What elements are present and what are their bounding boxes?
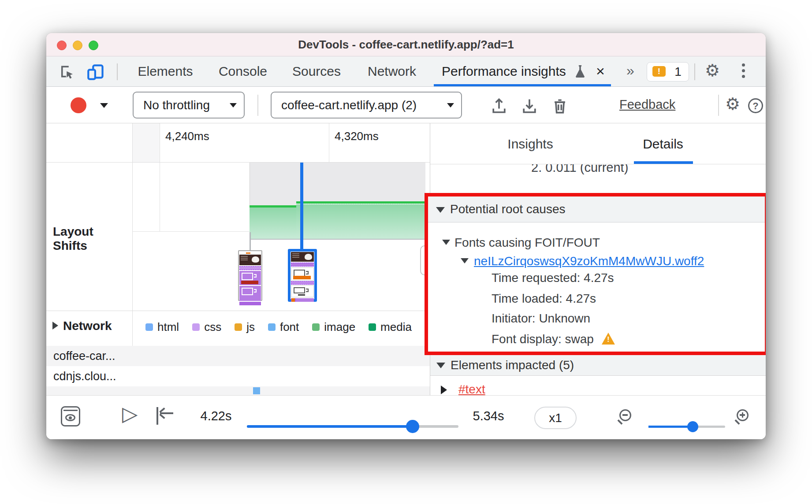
legend-item: css [192,320,221,334]
delete-recording-icon[interactable] [550,96,570,116]
scrolled-list-item-clipped: 2. 0.011 (current) [531,164,708,175]
shift-score-area [250,208,296,239]
zoom-slider-fill [648,426,693,428]
track-row-border [132,231,250,232]
elements-impacted-section-header[interactable]: Elements impacted (5) [430,355,766,376]
issues-warning-icon: ! [652,66,666,77]
issues-count: 1 [669,63,687,81]
skip-to-start-icon[interactable] [156,407,177,425]
playback-toolbar: ▷ 4.22s 5.34s x1 [46,395,766,439]
issues-badge[interactable]: ! 1 [647,62,689,82]
font-display-row: Font display: swap! [492,332,615,347]
devtools-tab-bar: Elements Console Sources Network Perform… [46,56,766,87]
expand-triangle-icon[interactable] [441,385,451,394]
device-toolbar-icon[interactable] [87,64,104,82]
tab-network[interactable]: Network [365,56,419,86]
tab-insights[interactable]: Insights [496,137,565,152]
more-tabs-icon[interactable]: » [619,56,640,86]
toolbar-divider [718,95,719,116]
recording-history-select[interactable]: coffee-cart.netlify.app (2) [271,92,462,119]
annotation-highlight-box: Potential root causes Fonts causing FOIT… [425,193,766,355]
tab-details[interactable]: Details [629,137,697,152]
shift-cluster-band[interactable] [296,163,425,201]
shift-marker-line [250,232,251,250]
toolbar-divider [257,95,258,116]
shift-area-baseline [250,239,425,240]
export-recording-icon[interactable] [520,96,539,116]
performance-toolbar: No throttling coffee-cart.netlify.app (2… [46,87,766,123]
elements-impacted-title: Elements impacted (5) [451,355,574,375]
throttling-select-value: No throttling [143,93,210,118]
legend-item: image [312,320,355,334]
time-loaded-row: Time loaded: 4.27s [492,291,596,306]
network-section-border [46,311,430,311]
network-request-row[interactable]: cdnjs.clou... [46,366,430,386]
screenshot-preview-icon[interactable] [61,406,80,426]
time-gridline [160,123,160,231]
tab-performance-insights[interactable]: Performance insights × [434,56,611,86]
chevron-down-icon [447,103,454,111]
inspect-element-icon[interactable] [59,64,75,82]
panel-settings-gear-icon[interactable]: ⚙ [725,90,740,120]
feedback-link[interactable]: Feedback [619,97,675,112]
collapse-triangle-icon[interactable] [442,240,450,249]
ruler-tick-label: 4,240ms [165,130,209,143]
screenshot-stage: DevTools - coffee-cart.netlify.app/?ad=1… [0,0,812,504]
experiment-beaker-icon [575,65,585,78]
zoom-slider-thumb[interactable] [687,421,698,432]
layout-shifts-track-label: Layout Shifts [53,225,93,253]
shift-cluster-band[interactable] [250,163,296,205]
zoom-slider[interactable] [648,426,725,428]
current-time-label: 4.22s [192,409,240,423]
zoom-out-icon[interactable] [619,409,631,421]
ruler-gutter [133,123,160,162]
playback-speed-button[interactable]: x1 [534,407,577,429]
legend-swatch-font [268,323,276,331]
font-request-bar[interactable] [253,387,260,394]
impacted-node-link[interactable]: #text [458,382,485,397]
selected-layout-shift-screenshot[interactable] [288,249,317,302]
tab-sources[interactable]: Sources [290,56,343,86]
root-causes-section-header[interactable]: Potential root causes [428,196,765,222]
import-recording-icon[interactable] [489,96,509,116]
shift-score-area [296,204,425,239]
devtools-window: DevTools - coffee-cart.netlify.app/?ad=1… [46,33,766,439]
record-button[interactable] [71,97,86,113]
network-track-label: Network [63,319,112,333]
throttling-select[interactable]: No throttling [133,92,245,119]
font-file-link[interactable]: neILzCirqoswsqX9zoKmM4MwWJU.woff2 [474,254,704,269]
tab-elements[interactable]: Elements [137,56,194,86]
network-legend: html css js font image media [145,320,412,334]
network-request-row[interactable] [46,386,430,395]
legend-swatch-js [235,323,242,331]
legend-swatch-css [192,323,200,331]
layout-shift-screenshot[interactable] [238,250,262,301]
legend-item: html [145,320,179,334]
legend-swatch-image [312,323,320,331]
expand-triangle-icon[interactable] [52,322,62,330]
legend-swatch-html [145,323,153,331]
tab-console[interactable]: Console [215,56,271,86]
slider-thumb[interactable] [406,420,419,433]
timeline-seek-slider[interactable] [247,425,458,428]
zoom-in-icon[interactable] [737,409,749,421]
collapse-triangle-icon[interactable] [436,363,445,373]
collapse-triangle-icon[interactable] [461,258,469,267]
help-icon[interactable]: ? [748,98,763,113]
play-icon[interactable]: ▷ [122,402,138,426]
initiator-row: Initiator: Unknown [492,311,590,326]
warning-triangle-icon[interactable]: ! [602,333,615,345]
chevron-down-icon [230,103,237,111]
settings-gear-icon[interactable]: ⚙ [705,56,720,86]
recording-history-value: coffee-cart.netlify.app (2) [281,93,417,118]
selected-shift-marker-line [300,163,303,250]
main-content: 4,240ms 4,320ms Layout Shifts [46,123,766,395]
customize-menu-icon[interactable] [742,63,745,81]
toolbar-divider [694,63,695,80]
record-options-caret-icon[interactable] [100,103,108,112]
collapse-triangle-icon[interactable] [436,207,445,217]
legend-swatch-media [369,323,376,331]
network-request-row[interactable]: coffee-car... [46,346,430,366]
close-tab-icon[interactable]: × [592,56,609,86]
window-title: DevTools - coffee-cart.netlify.app/?ad=1 [46,33,766,56]
